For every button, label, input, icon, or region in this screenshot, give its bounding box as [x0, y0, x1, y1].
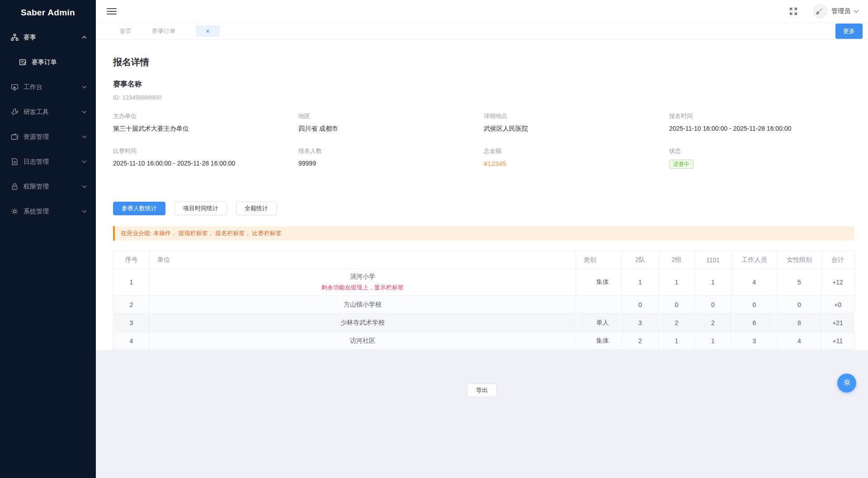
stat-tab-schedule[interactable]: 项目时间统计 [175, 202, 227, 215]
sidebar-item-label: 日志管理 [24, 158, 49, 166]
stat-tab-amount[interactable]: 全额统计 [236, 202, 277, 215]
cell-1101: 2 [695, 314, 731, 332]
field-label: 总金额 [484, 147, 669, 155]
cell-category: 集体 [576, 332, 622, 350]
settings-fab[interactable] [837, 374, 856, 393]
table-row: 3 少林寺武术学校 单人 3 2 2 6 8 +21 [113, 314, 854, 332]
cell-team2: 2 [622, 332, 659, 350]
amount-value: ¥12345 [484, 160, 669, 168]
avatar[interactable] [813, 4, 827, 19]
sidebar-menu: 赛事 赛事订单 工作台 [0, 25, 96, 224]
status-badge: 进赛中 [669, 160, 693, 169]
cell-group2: 0 [659, 296, 695, 314]
cell-group2: 1 [659, 269, 695, 296]
content: 报名详情 赛事名称 ID: 123456889900 主办单位 第三十届武术大赛… [96, 40, 868, 478]
export-button[interactable]: 导出 [467, 383, 497, 397]
tab-event-orders[interactable]: 赛事订单 [152, 27, 175, 35]
field-organizer: 主办单位 第三十届武术大赛主办单位 [113, 112, 298, 133]
field-region: 地区 四川省 成都市 [298, 112, 484, 133]
form-icon [19, 58, 27, 66]
field-label: 比赛时间 [113, 147, 298, 155]
field-value: 四川省 成都市 [298, 125, 484, 133]
field-value: 2025-11-10 16:00:00 - 2025-11-28 16:00:0… [113, 160, 298, 168]
cell-staff: 4 [731, 269, 778, 296]
cell-team2: 1 [622, 269, 659, 296]
document-icon [11, 158, 19, 166]
sidebar: Saber Admin 赛事 [0, 0, 96, 478]
col-header-staff: 工作人员 [731, 251, 778, 269]
field-label: 报名人数 [298, 147, 484, 155]
field-total-amount: 总金额 ¥12345 [484, 147, 669, 168]
cell-total: +12 [821, 269, 854, 296]
sidebar-item-label: 赛事订单 [32, 58, 57, 66]
cell-no: 3 [113, 314, 150, 332]
tab-active[interactable]: × [196, 25, 220, 37]
col-header-1101: 1101 [695, 251, 731, 269]
sidebar-item-label: 研发工具 [24, 108, 49, 116]
stat-tab-participants[interactable]: 参赛人数统计 [113, 202, 165, 215]
field-label: 主办单位 [113, 112, 298, 120]
monitor-icon [11, 83, 19, 91]
chevron-down-icon [82, 209, 87, 214]
field-signup-count: 报名人数 99999 [298, 147, 484, 168]
cell-category: 单人 [576, 314, 622, 332]
event-id: ID: 123456889900 [113, 94, 854, 101]
sidebar-item-events[interactable]: 赛事 [0, 25, 96, 50]
stats-table: 序号 单位 类别 2队 2组 1101 工作人员 女性组别 合计 [113, 251, 854, 350]
close-icon[interactable]: × [206, 28, 210, 34]
sidebar-item-label: 赛事 [24, 33, 36, 42]
sidebar-item-label: 资源管理 [24, 133, 49, 141]
cell-female: 5 [778, 269, 821, 296]
cell-no: 2 [113, 296, 150, 314]
field-status: 状态 进赛中 [669, 147, 854, 168]
sidebar-item-system[interactable]: 系统管理 [0, 199, 96, 224]
sidebar-item-logs[interactable]: 日志管理 [0, 149, 96, 174]
cell-staff: 3 [731, 332, 778, 350]
cell-total: +21 [821, 314, 854, 332]
detail-panel: 报名详情 赛事名称 ID: 123456889900 主办单位 第三十届武术大赛… [96, 40, 868, 350]
app-root: Saber Admin 赛事 [0, 0, 868, 478]
sitemap-icon [11, 33, 19, 41]
table-row: 1 清河小学 剩余功能在提现上，显示栏标签 集体 1 1 1 4 5 +12 [113, 269, 854, 296]
cell-unit: 清河小学 剩余功能在提现上，显示栏标签 [150, 269, 576, 296]
user-name[interactable]: 管理员 [831, 7, 850, 15]
sidebar-item-workbench[interactable]: 工作台 [0, 75, 96, 99]
cell-no: 4 [113, 332, 150, 350]
sidebar-item-label: 工作台 [24, 83, 42, 91]
cell-group2: 2 [659, 314, 695, 332]
sidebar-item-event-orders[interactable]: 赛事订单 [0, 50, 96, 75]
topbar: 管理员 [96, 0, 868, 23]
cell-staff: 6 [731, 314, 778, 332]
cell-female: 4 [778, 332, 821, 350]
cell-total: +11 [821, 332, 854, 350]
sidebar-item-dev-tools[interactable]: 研发工具 [0, 99, 96, 124]
field-value: 第三十届武术大赛主办单位 [113, 125, 298, 133]
field-label: 详细地点 [484, 112, 669, 120]
cell-unit: 方山镇小学校 [150, 296, 576, 314]
wrench-icon [11, 108, 19, 116]
cell-team2: 3 [622, 314, 659, 332]
tab-home[interactable]: 首页 [120, 27, 132, 35]
chevron-down-icon [82, 85, 87, 90]
main-area: 管理员 首页 赛事订单 × 更多 报名详情 赛事名称 ID: 123456889… [96, 0, 868, 478]
col-header-female: 女性组别 [778, 251, 821, 269]
more-button[interactable]: 更多 [835, 24, 863, 39]
cell-group2: 1 [659, 332, 695, 350]
tabbar: 首页 赛事订单 × 更多 [96, 23, 868, 40]
event-name: 赛事名称 [113, 80, 854, 90]
chevron-down-icon [82, 109, 87, 114]
sidebar-item-label: 系统管理 [24, 208, 49, 216]
table-row: 4 访河社区 集体 2 1 1 3 4 +11 [113, 332, 854, 350]
fullscreen-icon[interactable] [789, 7, 797, 15]
sidebar-item-permissions[interactable]: 权限管理 [0, 174, 96, 199]
cell-staff: 0 [731, 296, 778, 314]
field-label: 状态 [669, 147, 854, 155]
sidebar-item-resources[interactable]: 资源管理 [0, 124, 96, 149]
cell-category [576, 296, 622, 314]
field-label: 地区 [298, 112, 484, 120]
menu-toggle-icon[interactable] [107, 6, 117, 16]
chevron-down-icon[interactable] [854, 9, 859, 14]
cell-1101: 1 [695, 269, 731, 296]
table-header-row: 序号 单位 类别 2队 2组 1101 工作人员 女性组别 合计 [113, 251, 854, 269]
table-row: 2 方山镇小学校 0 0 0 0 0 +0 [113, 296, 854, 314]
